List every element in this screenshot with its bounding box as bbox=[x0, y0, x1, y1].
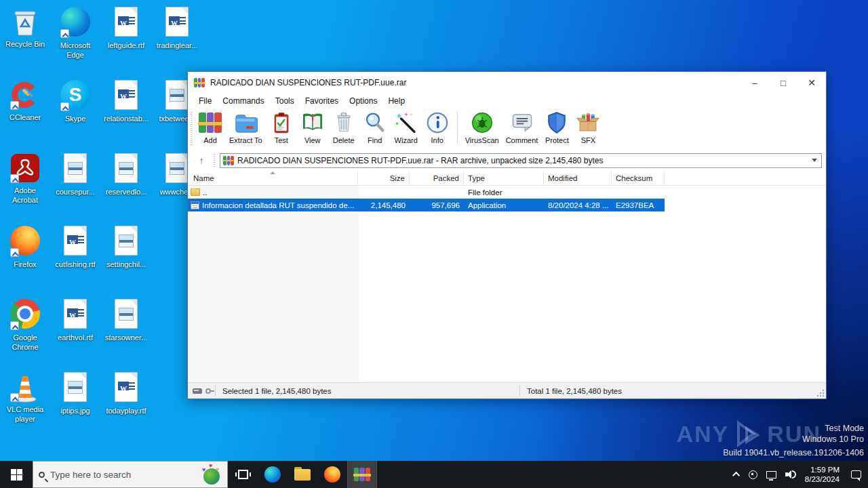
find-button[interactable]: Find bbox=[359, 109, 391, 144]
dropdown-chevron-icon[interactable] bbox=[812, 159, 817, 162]
comment-button[interactable]: Comment bbox=[502, 109, 542, 144]
protect-button[interactable]: Protect bbox=[541, 109, 572, 144]
menu-favorites[interactable]: Favorites bbox=[300, 95, 344, 107]
action-center-icon[interactable] bbox=[851, 470, 861, 479]
taskbar-explorer-button[interactable] bbox=[288, 461, 317, 488]
view-book-icon bbox=[300, 110, 325, 136]
delete-button[interactable]: Delete bbox=[328, 109, 359, 144]
menu-file[interactable]: File bbox=[193, 95, 217, 107]
file-list[interactable]: .. File folder Informacion detallada RUT… bbox=[188, 186, 826, 384]
desktop-icon-cutfishing[interactable]: cutfishing.rtf bbox=[51, 224, 100, 270]
taskbar-firefox-button[interactable] bbox=[317, 461, 347, 488]
desktop-icon-todayplay[interactable]: todayplay.rtf bbox=[102, 371, 151, 416]
column-header-type[interactable]: Type bbox=[464, 171, 544, 185]
archive-path-combobox[interactable]: RADICADO DIAN SUSPENCIONES RUT-PDF.uue.r… bbox=[220, 153, 822, 168]
find-magnifier-icon bbox=[363, 110, 387, 136]
address-drag-handle[interactable] bbox=[214, 154, 216, 167]
speaker-icon[interactable] bbox=[785, 470, 796, 479]
up-one-level-button[interactable]: ↑ bbox=[193, 153, 210, 168]
status-bar: Selected 1 file, 2,145,480 bytes Total 1… bbox=[188, 382, 826, 399]
sfx-button[interactable]: SFX bbox=[572, 109, 604, 144]
key-status-icon[interactable] bbox=[205, 388, 211, 394]
taskbar-winrar-button[interactable] bbox=[347, 461, 377, 488]
column-header-packed[interactable]: Packed bbox=[410, 171, 464, 185]
desktop-icon-firefox[interactable]: Firefox bbox=[1, 224, 50, 270]
network-icon[interactable] bbox=[766, 471, 776, 479]
task-view-button[interactable] bbox=[228, 461, 258, 488]
desktop-icon-adobe-acrobat[interactable]: Adobe Acrobat bbox=[1, 152, 50, 205]
column-header-modified[interactable]: Modified bbox=[544, 171, 612, 185]
system-tray: 1:59 PM 8/23/2024 bbox=[734, 461, 868, 488]
desktop-icon-relationstab[interactable]: relationstab... bbox=[102, 79, 151, 124]
tray-chevron-up-icon[interactable] bbox=[732, 472, 740, 479]
desktop-icon-label: todayplay.rtf bbox=[102, 407, 151, 416]
virusscan-button[interactable]: VirusScan bbox=[462, 109, 502, 144]
table-row-selected-file[interactable]: Informacion detallada RUT suspendido de.… bbox=[188, 199, 826, 211]
image-file-icon bbox=[59, 372, 92, 405]
menu-options[interactable]: Options bbox=[344, 95, 382, 107]
title-bar[interactable]: RADICADO DIAN SUSPENCIONES RUT-PDF.uue.r… bbox=[188, 72, 826, 94]
taskbar-search-input[interactable]: Type here to search ♥♥♥ bbox=[33, 461, 228, 488]
menu-commands[interactable]: Commands bbox=[217, 95, 269, 107]
skype-icon bbox=[59, 80, 92, 113]
column-header-checksum[interactable]: Checksum bbox=[612, 171, 665, 185]
test-button[interactable]: Test bbox=[266, 109, 297, 144]
desktop-icon-recycle-bin[interactable]: Recycle Bin bbox=[1, 5, 50, 49]
word-document-icon bbox=[59, 299, 92, 331]
desktop-icon-skype[interactable]: Skype bbox=[51, 79, 100, 124]
task-view-icon bbox=[238, 470, 248, 479]
desktop-icon-label: Google Chrome bbox=[1, 333, 50, 352]
desktop-icon-label: Microsoft Edge bbox=[51, 41, 100, 60]
search-icon bbox=[39, 472, 45, 478]
desktop-icon-settingchil[interactable]: settingchil... bbox=[102, 224, 151, 270]
table-row-parent-folder[interactable]: .. File folder bbox=[188, 186, 826, 199]
add-icon bbox=[198, 110, 222, 136]
close-button[interactable]: ✕ bbox=[797, 73, 826, 93]
desktop-icon-google-chrome[interactable]: Google Chrome bbox=[1, 298, 50, 352]
desktop-icon-coursepur[interactable]: coursepur... bbox=[51, 152, 100, 197]
start-button[interactable] bbox=[0, 461, 33, 488]
image-file-icon bbox=[110, 226, 142, 258]
comment-icon bbox=[506, 110, 538, 136]
resize-grip[interactable] bbox=[816, 389, 825, 397]
tray-agent-icon[interactable] bbox=[749, 470, 757, 479]
column-header-filler bbox=[665, 171, 826, 185]
anyrun-logo-icon bbox=[733, 420, 763, 447]
desktop-icon-microsoft-edge[interactable]: Microsoft Edge bbox=[51, 5, 100, 60]
image-file-icon bbox=[59, 153, 92, 186]
desktop-icon-reservedlo[interactable]: reservedlo... bbox=[102, 152, 151, 197]
column-header-size[interactable]: Size bbox=[358, 171, 410, 185]
desktop-icon-starsowner[interactable]: starsowner... bbox=[102, 298, 151, 343]
cell-size: 2,145,480 bbox=[358, 201, 410, 209]
info-button[interactable]: Info bbox=[422, 109, 453, 144]
chrome-icon bbox=[9, 299, 41, 331]
desktop-icon-label: CCleaner bbox=[1, 113, 50, 123]
view-button[interactable]: View bbox=[297, 109, 328, 144]
search-highlights-icon[interactable]: ♥♥♥ bbox=[201, 464, 222, 485]
desktop-icon-label: cutfishing.rtf bbox=[51, 260, 100, 270]
desktop-icon-leftguide[interactable]: leftguide.rtf bbox=[102, 5, 151, 51]
wizard-button[interactable]: Wizard bbox=[391, 109, 422, 144]
shortcut-arrow-icon bbox=[60, 102, 69, 111]
taskbar-clock[interactable]: 1:59 PM 8/23/2024 bbox=[805, 465, 840, 484]
desktop-icon-vlc[interactable]: VLC media player bbox=[1, 371, 50, 424]
menu-tools[interactable]: Tools bbox=[270, 95, 300, 107]
minimize-button[interactable]: – bbox=[741, 73, 769, 93]
rar-file-icon bbox=[223, 156, 234, 165]
menu-help[interactable]: Help bbox=[382, 95, 410, 107]
status-selected-text: Selected 1 file, 2,145,480 bytes bbox=[216, 387, 519, 395]
address-bar: ↑ RADICADO DIAN SUSPENCIONES RUT-PDF.uue… bbox=[188, 150, 826, 171]
desktop[interactable]: Recycle Bin Microsoft Edge leftguide.rtf… bbox=[0, 0, 868, 461]
add-button[interactable]: Add bbox=[195, 109, 226, 144]
maximize-button[interactable]: □ bbox=[769, 73, 797, 93]
ccleaner-icon bbox=[9, 79, 41, 111]
desktop-icon-earthvol[interactable]: earthvol.rtf bbox=[51, 298, 100, 343]
extract-to-button[interactable]: Extract To bbox=[226, 109, 266, 144]
desktop-icon-ccleaner[interactable]: CCleaner bbox=[1, 79, 50, 123]
taskbar-edge-button[interactable] bbox=[258, 461, 288, 488]
column-header-name[interactable]: Name bbox=[188, 171, 358, 185]
menu-bar: File Commands Tools Favorites Options He… bbox=[188, 94, 826, 108]
desktop-icon-label: relationstab... bbox=[102, 115, 151, 124]
desktop-icon-tradinglear[interactable]: tradinglear... bbox=[153, 5, 201, 51]
desktop-icon-iptips[interactable]: iptips.jpg bbox=[51, 371, 100, 416]
